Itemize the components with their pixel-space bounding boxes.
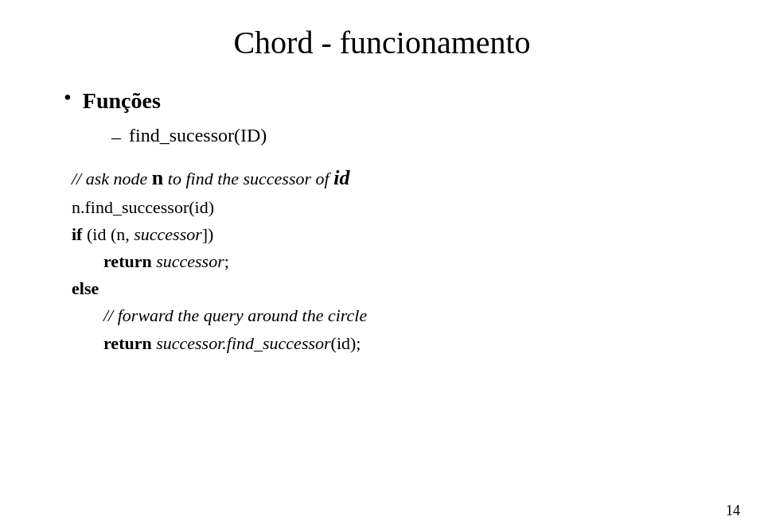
code-successor-2: successor — [156, 251, 224, 271]
slide-container: Chord - funcionamento • Funções – find_s… — [0, 0, 764, 532]
slide-title: Chord - funcionamento — [48, 24, 716, 61]
code-if: if — [72, 224, 82, 244]
code-return-1: return — [103, 251, 152, 271]
code-line-6: // forward the query around the circle — [103, 302, 716, 329]
code-comment-1: // ask node — [72, 169, 152, 188]
page-number: 14 — [726, 503, 740, 519]
code-comment-2: // forward the query around the circle — [103, 305, 367, 325]
code-id: id — [333, 166, 349, 189]
code-n: n — [152, 166, 163, 189]
sub-bullet-text: find_sucessor(ID) — [129, 122, 267, 150]
sub-bullet-dash: – — [111, 124, 121, 151]
code-block: // ask node n to find the successor of i… — [72, 162, 716, 357]
code-else: else — [72, 278, 99, 298]
code-semi-1: ; — [224, 251, 229, 271]
code-successor-1: successor — [134, 224, 202, 244]
code-bracket: ]) — [202, 224, 214, 244]
code-line-4: return successor; — [103, 248, 716, 275]
code-comment-1b: to find the successor of — [163, 169, 333, 188]
code-func-call: n.find_successor(id) — [72, 197, 214, 217]
code-line-5: else — [72, 275, 716, 302]
code-line-1: // ask node n to find the successor of i… — [72, 162, 716, 194]
main-bullet-text: Funções — [83, 85, 161, 116]
code-id-semi: (id); — [331, 333, 361, 353]
code-if-paren: (id (n, — [82, 224, 134, 244]
code-line-7: return successor.find_successor(id); — [103, 330, 716, 357]
content-area: • Funções – find_sucessor(ID) // ask nod… — [48, 85, 716, 357]
code-line-2: n.find_successor(id) — [72, 194, 716, 221]
code-return-2: return — [103, 333, 152, 353]
sub-bullet: – find_sucessor(ID) — [111, 122, 716, 151]
bullet-dot: • — [64, 82, 72, 113]
code-line-3: if (id (n, successor]) — [72, 221, 716, 248]
main-bullet: • Funções — [64, 85, 716, 116]
code-successor-find: successor.find_successor — [156, 333, 330, 353]
